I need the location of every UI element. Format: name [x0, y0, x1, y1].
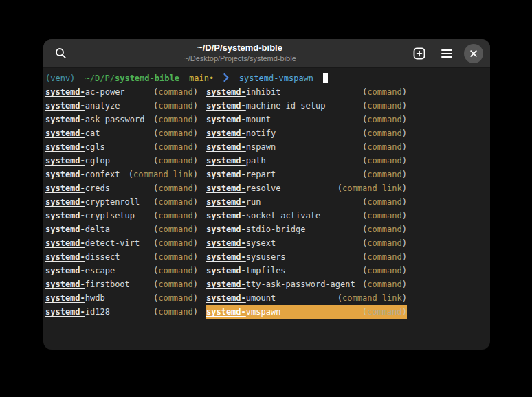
- completion-name: systemd-cat: [45, 126, 100, 140]
- completion-description: (command): [362, 277, 407, 291]
- completion-item[interactable]: systemd-ask-password (command): [45, 113, 198, 126]
- completion-suffix: cryptenroll: [85, 197, 140, 207]
- completion-kind: command: [367, 101, 402, 111]
- close-paren: ): [193, 128, 198, 138]
- completion-item[interactable]: systemd-analyze (command): [45, 99, 198, 113]
- completion-description: (command): [153, 277, 198, 291]
- completion-item[interactable]: systemd-cgls (command): [45, 140, 198, 154]
- completion-name: systemd-hwdb: [45, 291, 105, 305]
- completion-match-prefix: systemd-: [45, 115, 85, 124]
- completion-item[interactable]: systemd-confext (command link): [45, 168, 198, 181]
- completion-description: (command): [153, 250, 198, 264]
- completion-description: (command link): [337, 291, 407, 305]
- close-paren: ): [193, 238, 198, 248]
- close-paren: ): [193, 266, 198, 275]
- completion-name: systemd-resolve: [206, 181, 280, 195]
- completion-item[interactable]: systemd-stdio-bridge (command): [206, 223, 407, 236]
- completion-item[interactable]: systemd-cgtop (command): [45, 154, 198, 168]
- completion-item[interactable]: systemd-escape (command): [45, 264, 198, 277]
- completion-name: systemd-confext: [45, 168, 120, 181]
- close-paren: ): [193, 197, 198, 207]
- completion-kind: command: [367, 156, 402, 166]
- prompt-repo: systemd-bible: [115, 73, 179, 83]
- completion-kind: command link: [342, 183, 402, 193]
- completion-item[interactable]: systemd-delta (command): [45, 223, 198, 236]
- terminal-content[interactable]: (venv) ~/D/P/systemd-bible main• systemd…: [43, 68, 490, 350]
- completion-description: (command): [362, 85, 407, 99]
- close-paren: ): [402, 238, 407, 248]
- completion-item[interactable]: systemd-sysext (command): [206, 236, 407, 250]
- completion-item[interactable]: systemd-cryptsetup (command): [45, 209, 198, 223]
- completion-item[interactable]: systemd-resolve (command link): [206, 181, 407, 195]
- open-paren: (: [337, 183, 342, 193]
- window-title: ~/D/P/systemd-bible: [75, 43, 405, 54]
- completion-item[interactable]: systemd-detect-virt (command): [45, 236, 198, 250]
- completion-item[interactable]: systemd-creds (command): [45, 181, 198, 195]
- completion-description: (command link): [129, 168, 198, 181]
- completion-kind: command: [158, 101, 193, 111]
- completion-item[interactable]: systemd-vmspawn (command): [206, 305, 407, 319]
- completion-item[interactable]: systemd-socket-activate (command): [206, 209, 407, 223]
- completion-name: systemd-cryptsetup: [45, 209, 135, 223]
- completion-match-prefix: systemd-: [206, 183, 246, 193]
- completion-item[interactable]: systemd-ac-power (command): [45, 85, 198, 99]
- completion-kind: command: [367, 87, 402, 97]
- terminal-window: ~/D/P/systemd-bible ~/Desktop/Projects/s…: [43, 39, 490, 350]
- completion-suffix: mount: [246, 115, 271, 124]
- completion-item[interactable]: systemd-tty-ask-password-agent (command): [206, 277, 407, 291]
- completion-item[interactable]: systemd-path (command): [206, 154, 407, 168]
- new-tab-button[interactable]: [409, 43, 430, 64]
- completions-grid: systemd-ac-power (command) systemd-analy…: [45, 85, 488, 319]
- completion-item[interactable]: systemd-cryptenroll (command): [45, 195, 198, 209]
- new-tab-icon: [413, 47, 425, 60]
- completion-item[interactable]: systemd-tmpfiles (command): [206, 264, 407, 277]
- completion-item[interactable]: systemd-firstboot (command): [45, 277, 198, 291]
- search-button[interactable]: [50, 43, 71, 64]
- completion-item[interactable]: systemd-umount (command link): [206, 291, 407, 305]
- completion-suffix: delta: [85, 225, 110, 234]
- completion-item[interactable]: systemd-id128 (command): [45, 305, 198, 319]
- completion-item[interactable]: systemd-hwdb (command): [45, 291, 198, 305]
- completion-item[interactable]: systemd-nspawn (command): [206, 140, 407, 154]
- completion-name: systemd-cgls: [45, 140, 105, 154]
- prompt-chevron-icon: [223, 72, 229, 86]
- completion-kind: command: [158, 211, 193, 220]
- search-icon: [55, 47, 67, 59]
- close-paren: ): [193, 87, 198, 97]
- title-area: ~/D/P/systemd-bible ~/Desktop/Projects/s…: [71, 43, 409, 63]
- completion-description: (command): [153, 195, 198, 209]
- completion-match-prefix: systemd-: [206, 87, 246, 97]
- completion-item[interactable]: systemd-sysusers (command): [206, 250, 407, 264]
- completion-item[interactable]: systemd-inhibit (command): [206, 85, 407, 99]
- completion-kind: command: [158, 252, 193, 262]
- completion-item[interactable]: systemd-cat (command): [45, 126, 198, 140]
- completion-name: systemd-vmspawn: [206, 305, 280, 319]
- completion-item[interactable]: systemd-mount (command): [206, 113, 407, 126]
- completion-item[interactable]: systemd-dissect (command): [45, 250, 198, 264]
- completion-match-prefix: systemd-: [45, 280, 85, 289]
- completion-item[interactable]: systemd-run (command): [206, 195, 407, 209]
- close-paren: ): [402, 211, 407, 220]
- close-paren: ): [193, 142, 198, 152]
- completion-match-prefix: systemd-: [206, 252, 246, 262]
- completion-suffix: confext: [85, 170, 120, 179]
- header-actions: [409, 43, 483, 64]
- completion-description: (command): [153, 85, 198, 99]
- completion-item[interactable]: systemd-notify (command): [206, 126, 407, 140]
- completion-suffix: inhibit: [246, 87, 281, 97]
- completion-item[interactable]: systemd-repart (command): [206, 168, 407, 181]
- completion-suffix: id128: [85, 307, 110, 317]
- menu-icon: [441, 49, 453, 58]
- prompt-git-branch: main•: [189, 73, 214, 83]
- completion-kind: command: [158, 307, 193, 317]
- completion-name: systemd-creds: [45, 181, 110, 195]
- completion-description: (command): [362, 305, 407, 319]
- menu-button[interactable]: [436, 43, 457, 64]
- completion-name: systemd-nspawn: [206, 140, 276, 154]
- completion-item[interactable]: systemd-machine-id-setup (command): [206, 99, 407, 113]
- close-paren: ): [402, 307, 407, 317]
- close-paren: ): [402, 266, 407, 275]
- completion-description: (command): [153, 291, 198, 305]
- completion-kind: command: [158, 156, 193, 166]
- close-button[interactable]: [464, 44, 483, 63]
